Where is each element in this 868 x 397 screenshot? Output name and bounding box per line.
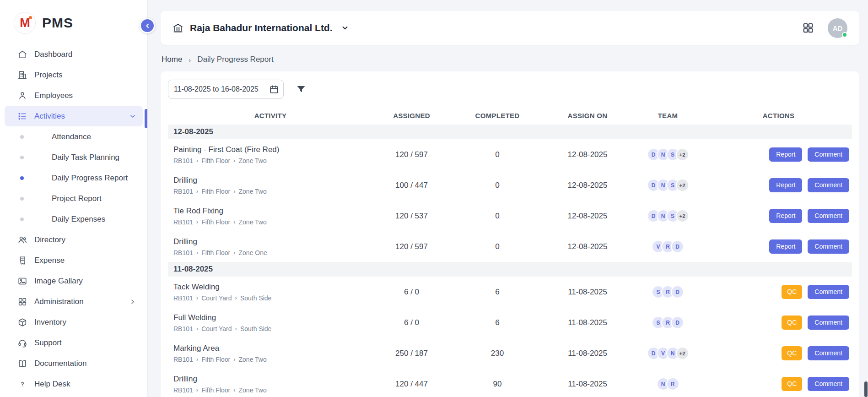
scrollbar-thumb[interactable]	[864, 381, 868, 397]
comment-button[interactable]: Comment	[808, 377, 849, 391]
activity-path: RB101›Fifth Floor›Zone One	[173, 249, 373, 256]
sidebar-item-activities[interactable]: Activities	[5, 106, 143, 126]
assigned-value: 120 / 597	[373, 150, 450, 159]
report-button[interactable]: Report	[769, 147, 802, 162]
sidebar-item-label: Image Gallary	[34, 277, 136, 286]
comment-button[interactable]: Comment	[808, 315, 849, 330]
team-extra-badge[interactable]: +2	[676, 148, 689, 161]
qc-button[interactable]: QC	[782, 377, 802, 391]
bullet-icon	[20, 218, 24, 221]
team-avatar[interactable]: D	[671, 316, 684, 329]
team-avatar[interactable]: D	[671, 240, 684, 253]
team-cell: DNS+2	[631, 179, 705, 192]
report-button[interactable]: Report	[769, 239, 802, 254]
sidebar-subitem-label: Daily Expenses	[52, 215, 105, 224]
assign-on-value: 12-08-2025	[545, 150, 631, 159]
report-card: ACTIVITY ASSIGNED COMPLETED ASSIGN ON TE…	[161, 71, 859, 397]
comment-button[interactable]: Comment	[808, 209, 849, 223]
team-cell: DNS+2	[631, 148, 705, 161]
sidebar-item-label: Employees	[34, 91, 136, 100]
sidebar-item-support[interactable]: Support	[5, 332, 143, 353]
table-header-row: ACTIVITY ASSIGNED COMPLETED ASSIGN ON TE…	[168, 106, 852, 125]
comment-button[interactable]: Comment	[808, 239, 849, 254]
sidebar-item-dashboard[interactable]: Dashboard	[5, 44, 143, 65]
date-range-input[interactable]	[168, 80, 284, 99]
sidebar-item-expense[interactable]: Expense	[5, 250, 143, 271]
apps-grid-icon[interactable]	[802, 22, 814, 34]
report-button[interactable]: Report	[769, 178, 802, 192]
chevron-down-icon	[129, 113, 136, 120]
actions-cell: ReportComment	[705, 178, 852, 192]
sidebar-item-image-gallery[interactable]: Image Gallary	[5, 271, 143, 291]
group-date: 12-08-2025	[173, 127, 213, 136]
path-segment: South Side	[240, 294, 272, 302]
date-group-header: 11-08-2025	[168, 262, 852, 277]
qc-button[interactable]: QC	[782, 285, 802, 299]
sidebar-subitem-daily-expenses[interactable]: Daily Expenses	[5, 209, 143, 229]
table-row: Painting - First Coat (Fire Red) RB101›F…	[168, 139, 852, 170]
qc-button[interactable]: QC	[782, 315, 802, 330]
activity-cell: Tack Welding RB101›Court Yard›South Side	[168, 283, 373, 302]
path-chevron-icon: ›	[233, 250, 235, 256]
sidebar-item-directory[interactable]: Directory	[5, 229, 143, 250]
comment-button[interactable]: Comment	[808, 147, 849, 162]
comment-button[interactable]: Comment	[808, 178, 849, 192]
column-header-assign-on: ASSIGN ON	[545, 112, 631, 120]
sidebar-item-inventory[interactable]: Inventory	[5, 312, 143, 332]
building-icon	[173, 22, 183, 33]
path-chevron-icon: ›	[196, 158, 198, 163]
team-avatars: SRD	[631, 285, 705, 299]
activity-cell: Full Welding RB101›Court Yard›South Side	[168, 313, 373, 332]
bullet-icon	[20, 156, 24, 159]
actions-cell: QCComment	[705, 377, 852, 391]
column-header-completed: COMPLETED	[450, 112, 545, 120]
sidebar-item-label: Inventory	[34, 318, 136, 327]
comment-button[interactable]: Comment	[808, 346, 849, 360]
team-extra-badge[interactable]: +2	[676, 179, 689, 192]
user-icon	[17, 91, 27, 101]
sidebar-subitem-attendance[interactable]: Attendance	[5, 126, 143, 147]
headset-icon	[17, 338, 27, 348]
table-row: Tack Welding RB101›Court Yard›South Side…	[168, 277, 852, 307]
team-avatar[interactable]: D	[671, 285, 684, 299]
user-avatar[interactable]: AD	[828, 18, 847, 38]
assign-on-value: 11-08-2025	[545, 318, 631, 327]
bullet-icon	[20, 135, 24, 139]
calendar-icon[interactable]	[269, 84, 279, 94]
sidebar-item-help-desk[interactable]: Help Desk	[5, 374, 143, 394]
activity-title: Drilling	[173, 237, 373, 246]
table-row: Drilling RB101›Fifth Floor›Zone Two 100 …	[168, 170, 852, 201]
sidebar-item-documentation[interactable]: Documentation	[5, 353, 143, 374]
path-segment: Zone Two	[239, 157, 267, 164]
team-extra-badge[interactable]: +2	[676, 209, 689, 223]
sidebar-subitem-daily-task-planning[interactable]: Daily Task Planning	[5, 147, 143, 168]
sidebar: M PMS Dashboard Projects Employees Activ…	[0, 0, 148, 397]
path-segment: RB101	[173, 188, 193, 195]
actions-cell: ReportComment	[705, 209, 852, 223]
comment-button[interactable]: Comment	[808, 285, 849, 299]
bullet-icon	[20, 176, 24, 180]
filter-funnel-icon[interactable]	[296, 84, 307, 95]
company-selector[interactable]: Raja Bahadur International Ltd.	[173, 22, 349, 33]
sidebar-collapse-button[interactable]	[140, 18, 155, 33]
sidebar-subitem-daily-progress-report[interactable]: Daily Progress Report	[5, 168, 143, 188]
team-avatars: VRD	[631, 240, 705, 253]
sidebar-item-employees[interactable]: Employees	[5, 85, 143, 106]
qc-button[interactable]: QC	[782, 346, 802, 360]
path-chevron-icon: ›	[233, 219, 235, 225]
list-icon	[17, 111, 27, 121]
chevron-right-icon	[129, 298, 136, 305]
sidebar-subitem-project-report[interactable]: Project Report	[5, 188, 143, 209]
sidebar-item-administration[interactable]: Administration	[5, 291, 143, 312]
assign-on-value: 11-08-2025	[545, 288, 631, 297]
report-button[interactable]: Report	[769, 209, 802, 223]
team-extra-badge[interactable]: +2	[676, 347, 689, 360]
activity-cell: Marking Area RB101›Fifth Floor›Zone Two	[168, 344, 373, 363]
path-chevron-icon: ›	[196, 219, 198, 225]
breadcrumb-home-link[interactable]: Home	[162, 55, 182, 64]
team-avatar[interactable]: R	[666, 377, 679, 391]
sidebar-item-projects[interactable]: Projects	[5, 65, 143, 85]
table-row: Full Welding RB101›Court Yard›South Side…	[168, 307, 852, 338]
app-logo[interactable]: M PMS	[0, 0, 147, 44]
team-cell: DVN+2	[631, 347, 705, 360]
